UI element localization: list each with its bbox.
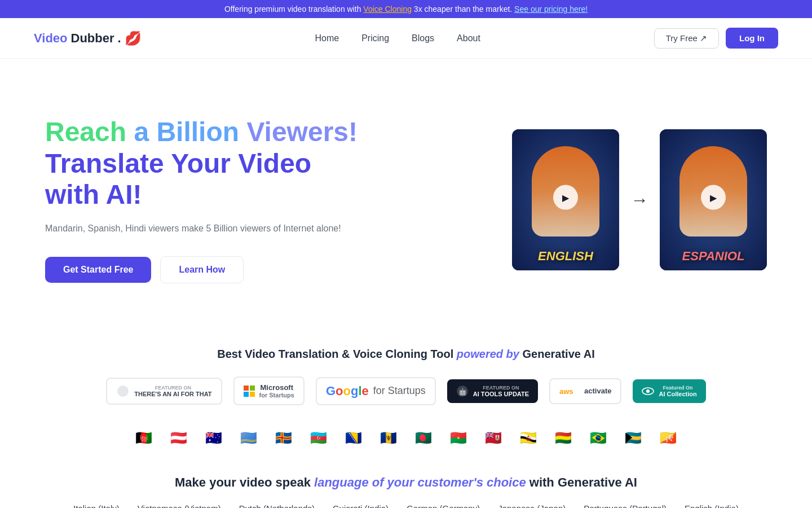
- partner-section: Best Video Translation & Voice Cloning T…: [0, 330, 812, 419]
- try-free-button[interactable]: Try Free ↗: [654, 28, 719, 49]
- logo-dubber: Dubber: [71, 31, 114, 46]
- language-item: Dutch (Netherlands): [239, 503, 315, 508]
- flag-item: 🇦🇹: [164, 428, 193, 448]
- language-item: Gujarati (India): [333, 503, 389, 508]
- flag-item: 🇦🇼: [234, 428, 263, 448]
- language-title-after: with Generative AI: [526, 475, 637, 489]
- get-started-button[interactable]: Get Started Free: [45, 257, 151, 283]
- language-section: Make your video speak language of your c…: [0, 457, 812, 508]
- badge-google: Google for Startups: [316, 377, 436, 405]
- svg-point-0: [117, 386, 129, 397]
- flag-item: 🇧🇹: [654, 428, 683, 448]
- learn-how-button[interactable]: Learn How: [160, 256, 244, 283]
- hero-viewers: Viewers!: [246, 117, 358, 147]
- flags-section: 🇦🇫🇦🇹🇦🇺🇦🇼🇦🇽🇦🇿🇧🇦🇧🇧🇧🇩🇧🇫🇧🇲🇧🇳🇧🇴🇧🇷🇧🇸🇧🇹: [0, 419, 812, 457]
- play-button-english[interactable]: ▶: [553, 185, 578, 210]
- partner-logos: 💪 FEATURED ON THERE'S AN AI FOR THAT Mic…: [34, 376, 778, 405]
- arm-icon: 💪: [116, 384, 130, 398]
- svg-rect-2: [244, 386, 249, 391]
- hero-title-line2: Translate Your Video with AI!: [45, 148, 361, 210]
- hero-right: ▶ ENGLISH → ▶ ESPANIOL: [512, 129, 767, 270]
- flag-item: 🇦🇫: [129, 428, 158, 448]
- banner-pricing-link[interactable]: See our pricing here!: [514, 5, 588, 14]
- flag-item: 🇧🇫: [444, 428, 473, 448]
- svg-rect-4: [244, 392, 249, 397]
- badge-microsoft: Microsoft for Startups: [233, 376, 304, 405]
- nav-about[interactable]: About: [457, 33, 480, 43]
- language-item: Portuguese (Portugal): [584, 503, 667, 508]
- flag-item: 🇧🇩: [409, 428, 438, 448]
- nav-home[interactable]: Home: [315, 33, 339, 43]
- banner-voice-cloning-link[interactable]: Voice Cloning: [363, 5, 412, 14]
- svg-point-10: [646, 389, 650, 393]
- language-list: Italian (Italy)Vietnamese (Vietnam)Dutch…: [34, 503, 778, 508]
- hero-left: Reach a Billion Viewers! Translate Your …: [45, 116, 361, 283]
- badge-aitools: 🤖 FEATURED ON AI TOOLS UPDATE: [447, 379, 538, 403]
- hero-subtitle: Mandarin, Spanish, Hindi viewers make 5 …: [45, 221, 361, 236]
- video-label-english: ENGLISH: [538, 249, 593, 264]
- partner-powered-by: powered by: [457, 348, 519, 360]
- svg-text:🤖: 🤖: [458, 387, 466, 396]
- banner-text-middle: 3x cheaper than the market.: [412, 5, 514, 14]
- partner-title-after: Generative AI: [519, 348, 595, 360]
- nav-pricing[interactable]: Pricing: [361, 33, 389, 43]
- svg-rect-3: [250, 386, 255, 391]
- language-highlight: language of your customer's choice: [314, 475, 526, 489]
- svg-rect-5: [250, 392, 255, 397]
- language-item: German (Germany): [407, 503, 480, 508]
- language-title: Make your video speak language of your c…: [34, 475, 778, 490]
- partner-title: Best Video Translation & Voice Cloning T…: [34, 348, 778, 361]
- logo-dot: .: [118, 31, 121, 46]
- logo[interactable]: VideoDubber. 💋: [34, 30, 142, 46]
- flag-item: 🇦🇿: [304, 428, 333, 448]
- flag-item: 🇦🇺: [199, 428, 228, 448]
- badge-theresanai: 💪 FEATURED ON THERE'S AN AI FOR THAT: [106, 378, 222, 405]
- hero-title: Reach a Billion Viewers! Translate Your …: [45, 116, 361, 210]
- banner-text-before: Offering premium video translation with: [224, 5, 363, 14]
- language-item: English (India): [685, 503, 739, 508]
- aws-logo-icon: aws: [559, 385, 580, 397]
- badge-aicollection: Featured On AI Collection: [633, 379, 705, 403]
- header-actions: Try Free ↗ Log In: [654, 28, 778, 49]
- language-item: Italian (Italy): [73, 503, 120, 508]
- hero-section: Reach a Billion Viewers! Translate Your …: [0, 59, 812, 330]
- badge-aicollection-label: Featured On AI Collection: [659, 385, 696, 397]
- hero-buttons: Get Started Free Learn How: [45, 256, 361, 283]
- badge-theresanai-label: FEATURED ON THERE'S AN AI FOR THAT: [134, 385, 211, 397]
- play-button-espaniol[interactable]: ▶: [701, 185, 726, 210]
- nav: Home Pricing Blogs About: [315, 33, 480, 43]
- svg-text:aws: aws: [559, 387, 573, 396]
- logo-lips-icon: 💋: [125, 30, 142, 46]
- video-card-english: ▶ ENGLISH: [512, 129, 619, 270]
- microsoft-logo-icon: [244, 386, 255, 397]
- aicollection-eye-icon: [642, 385, 654, 397]
- badge-microsoft-label: Microsoft for Startups: [259, 383, 294, 398]
- header: VideoDubber. 💋 Home Pricing Blogs About …: [0, 18, 812, 59]
- flag-item: 🇧🇷: [584, 428, 613, 448]
- flags-row: 🇦🇫🇦🇹🇦🇺🇦🇼🇦🇽🇦🇿🇧🇦🇧🇧🇧🇩🇧🇫🇧🇲🇧🇳🇧🇴🇧🇷🇧🇸🇧🇹: [23, 428, 789, 448]
- video-card-espaniol: ▶ ESPANIOL: [660, 129, 767, 270]
- badge-aws: aws activate: [549, 378, 621, 404]
- login-button[interactable]: Log In: [726, 28, 778, 49]
- top-banner: Offering premium video translation with …: [0, 0, 812, 18]
- language-item: Japanese (Japan): [498, 503, 566, 508]
- google-text-icon: Google: [326, 384, 369, 398]
- video-label-espaniol: ESPANIOL: [682, 249, 745, 264]
- flag-item: 🇧🇦: [339, 428, 368, 448]
- hero-billion: a Billion: [134, 117, 246, 147]
- badge-aws-label: activate: [584, 387, 611, 395]
- google-for-startups-label: for Startups: [373, 385, 426, 397]
- aitools-robot-icon: 🤖: [456, 385, 469, 397]
- flag-item: 🇧🇳: [514, 428, 543, 448]
- hero-title-line1: Reach a Billion Viewers!: [45, 116, 361, 147]
- nav-blogs[interactable]: Blogs: [412, 33, 434, 43]
- language-title-before: Make your video speak: [175, 475, 314, 489]
- transform-arrow-icon: →: [630, 190, 648, 211]
- logo-video: Video: [34, 31, 68, 46]
- flag-item: 🇧🇸: [619, 428, 648, 448]
- flag-item: 🇦🇽: [269, 428, 298, 448]
- badge-aitools-label: FEATURED ON AI TOOLS UPDATE: [473, 385, 529, 397]
- hero-reach: Reach: [45, 117, 134, 147]
- flag-item: 🇧🇲: [479, 428, 508, 448]
- language-item: Vietnamese (Vietnam): [138, 503, 221, 508]
